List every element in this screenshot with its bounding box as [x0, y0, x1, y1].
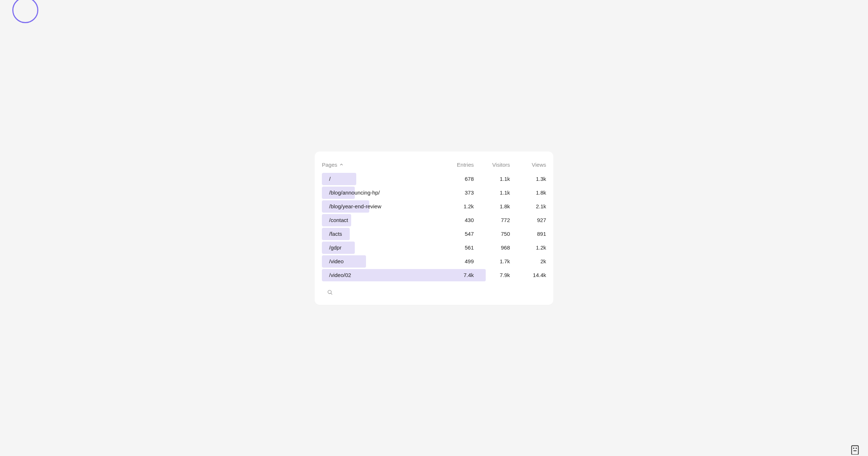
table-row[interactable]: /video/027.4k7.9k14.4k	[322, 269, 546, 281]
table-row[interactable]: /video4991.7k2k	[322, 255, 546, 268]
row-visitors: 1.8k	[474, 203, 510, 209]
row-views: 2.1k	[510, 203, 546, 209]
row-path: /video/02	[322, 272, 438, 278]
search-icon	[327, 289, 333, 296]
row-visitors: 772	[474, 217, 510, 223]
column-header-pages-label: Pages	[322, 162, 337, 168]
row-visitors: 7.9k	[474, 272, 510, 278]
row-views: 1.3k	[510, 176, 546, 182]
analytics-pages-card: Pages Entries Visitors Views /6781.1k1.3…	[315, 152, 553, 305]
svg-point-4	[856, 448, 856, 448]
row-path: /contact	[322, 217, 438, 223]
table-body: /6781.1k1.3k/blog/announcing-hp/3731.1k1…	[322, 173, 546, 281]
row-path: /video	[322, 258, 438, 264]
column-header-pages[interactable]: Pages	[322, 162, 438, 168]
row-entries: 678	[438, 176, 474, 182]
svg-line-1	[331, 293, 332, 294]
row-visitors: 1.7k	[474, 258, 510, 264]
row-views: 927	[510, 217, 546, 223]
table-row[interactable]: /blog/announcing-hp/3731.1k1.8k	[322, 187, 546, 199]
table-row[interactable]: /blog/year-end-review1.2k1.8k2.1k	[322, 200, 546, 213]
row-visitors: 750	[474, 231, 510, 237]
column-header-visitors[interactable]: Visitors	[474, 162, 510, 168]
row-views: 1.2k	[510, 244, 546, 251]
search-button[interactable]	[326, 288, 334, 298]
row-views: 2k	[510, 258, 546, 264]
row-entries: 547	[438, 231, 474, 237]
row-visitors: 968	[474, 244, 510, 251]
tutorial-highlight-circle	[12, 0, 38, 23]
column-header-views[interactable]: Views	[510, 162, 546, 168]
table-row[interactable]: /gdpr5619681.2k	[322, 242, 546, 254]
chevron-up-icon	[339, 162, 344, 167]
row-views: 14.4k	[510, 272, 546, 278]
column-header-entries[interactable]: Entries	[438, 162, 474, 168]
row-path: /gdpr	[322, 244, 438, 251]
row-entries: 1.2k	[438, 203, 474, 209]
row-entries: 7.4k	[438, 272, 474, 278]
svg-rect-2	[852, 446, 859, 455]
row-visitors: 1.1k	[474, 176, 510, 182]
row-views: 1.8k	[510, 189, 546, 196]
row-entries: 499	[438, 258, 474, 264]
table-footer	[322, 288, 546, 298]
row-entries: 561	[438, 244, 474, 251]
row-views: 891	[510, 231, 546, 237]
help-widget-icon[interactable]	[850, 444, 860, 456]
table-row[interactable]: /6781.1k1.3k	[322, 173, 546, 185]
row-entries: 373	[438, 189, 474, 196]
row-path: /facts	[322, 231, 438, 237]
row-visitors: 1.1k	[474, 189, 510, 196]
svg-point-0	[328, 290, 331, 293]
table-header-row: Pages Entries Visitors Views	[322, 162, 546, 173]
row-entries: 430	[438, 217, 474, 223]
row-path: /	[322, 176, 438, 182]
row-path: /blog/year-end-review	[322, 203, 438, 209]
svg-point-3	[854, 448, 854, 448]
table-row[interactable]: /facts547750891	[322, 228, 546, 240]
row-path: /blog/announcing-hp/	[322, 189, 438, 196]
table-row[interactable]: /contact430772927	[322, 214, 546, 226]
